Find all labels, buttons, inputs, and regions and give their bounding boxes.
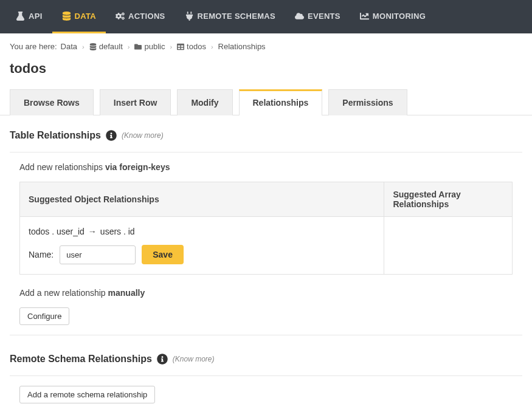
add-remote-schema-relationship-button[interactable]: Add a remote schema relationship: [19, 386, 155, 403]
tab-browse-rows[interactable]: Browse Rows: [10, 89, 94, 115]
array-relationships-cell: [384, 217, 513, 275]
relationships-table: Suggested Object Relationships Suggested…: [19, 182, 513, 275]
fk-mapping: todos . user_id → users . id: [29, 227, 375, 236]
tab-modify[interactable]: Modify: [177, 89, 232, 115]
breadcrumb-prefix: You are here:: [10, 42, 57, 51]
nav-events[interactable]: EVENTS: [285, 0, 350, 33]
col-object-relationships: Suggested Object Relationships: [20, 182, 384, 217]
plug-icon: [185, 12, 194, 21]
database-icon: [62, 12, 71, 21]
info-circle-icon[interactable]: [157, 354, 168, 365]
table-icon: [177, 43, 184, 50]
name-label: Name:: [29, 250, 54, 259]
page-title: todos: [0, 55, 532, 89]
tab-relationships[interactable]: Relationships: [239, 89, 323, 115]
know-more-link[interactable]: (Know more): [173, 355, 215, 363]
breadcrumb-data[interactable]: Data: [61, 42, 77, 51]
breadcrumb-sep: ›: [128, 43, 130, 50]
nav-api[interactable]: API: [6, 0, 52, 33]
table-row: todos . user_id → users . id Name: Save: [20, 217, 513, 275]
nav-data[interactable]: DATA: [52, 0, 106, 33]
save-button[interactable]: Save: [142, 245, 184, 264]
nav-monitoring[interactable]: MONITORING: [350, 0, 435, 33]
tabs: Browse Rows Insert Row Modify Relationsh…: [0, 89, 532, 115]
remote-schema-relationships-heading: Remote Schema Relationships (Know more): [10, 354, 522, 365]
col-array-relationships: Suggested Array Relationships: [384, 182, 513, 217]
cogs-icon: [116, 12, 125, 21]
remote-schema-panel: Add a remote schema relationship: [10, 375, 522, 413]
arrow-right-icon: →: [88, 227, 97, 236]
tab-permissions[interactable]: Permissions: [328, 89, 407, 115]
breadcrumb-todos[interactable]: todos: [177, 42, 206, 51]
breadcrumb-sep: ›: [82, 43, 85, 50]
breadcrumb: You are here: Data › default › public › …: [0, 33, 532, 55]
breadcrumb-default[interactable]: default: [89, 42, 123, 51]
fk-intro: Add new relationships via foreign-keys: [19, 162, 513, 172]
configure-button[interactable]: Configure: [19, 307, 69, 325]
relationship-name-input[interactable]: [60, 245, 136, 264]
nav-monitoring-label: MONITORING: [373, 12, 426, 21]
nav-remote-schemas[interactable]: REMOTE SCHEMAS: [175, 0, 285, 33]
nav-actions-label: ACTIONS: [128, 12, 165, 21]
cloud-icon: [295, 12, 304, 21]
nav-remote-schemas-label: REMOTE SCHEMAS: [198, 12, 275, 21]
breadcrumb-sep: ›: [211, 43, 213, 50]
chart-line-icon: [360, 12, 369, 21]
table-relationships-panel: Add new relationships via foreign-keys S…: [10, 152, 522, 335]
nav-actions[interactable]: ACTIONS: [106, 0, 175, 33]
nav-data-label: DATA: [75, 12, 96, 21]
manual-intro: Add a new relationship manually: [19, 288, 513, 298]
tab-insert-row[interactable]: Insert Row: [100, 89, 171, 115]
table-relationships-heading: Table Relationships (Know more): [10, 130, 522, 141]
breadcrumb-sep: ›: [170, 43, 172, 50]
nav-events-label: EVENTS: [308, 12, 340, 21]
info-circle-icon[interactable]: [106, 130, 117, 141]
flask-icon: [16, 12, 25, 21]
breadcrumb-public[interactable]: public: [134, 42, 165, 51]
nav-api-label: API: [29, 12, 43, 21]
database-icon: [89, 43, 97, 50]
top-nav: API DATA ACTIONS REMOTE SCHEMAS EVENTS M…: [0, 0, 532, 33]
breadcrumb-relationships: Relationships: [218, 42, 266, 51]
folder-icon: [134, 43, 142, 50]
know-more-link[interactable]: (Know more): [122, 131, 164, 140]
